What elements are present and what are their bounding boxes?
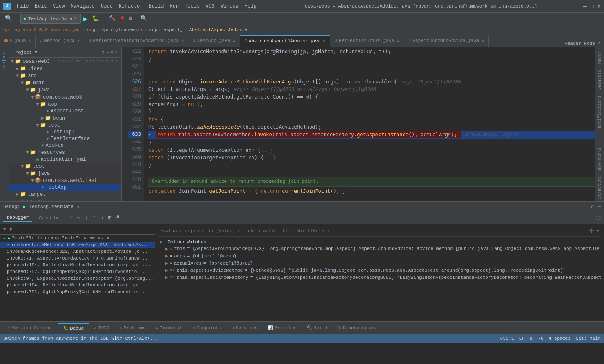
tab-version-control[interactable]: ⎇ Version Control	[0, 324, 58, 332]
status-position[interactable]: 633:1	[500, 336, 514, 341]
watch-this[interactable]: ▶ ⊙ this = {AspectJAroundAdvice@6973} "o…	[159, 245, 601, 252]
eval-expand-icon[interactable]: ▾	[596, 228, 599, 234]
settings-icon[interactable]: ⚙	[127, 14, 134, 24]
tab-problems[interactable]: ⚠ Problems	[114, 324, 151, 332]
frame-4[interactable]: proceed:184, ReflectiveMethodInvocation …	[0, 262, 155, 268]
tab-reflective[interactable]: JReflectiveMethodInvocation.java ✕	[84, 35, 188, 47]
frame-2[interactable]: invokeAdviceMethod:623, AbstractAspectJA…	[0, 248, 155, 255]
tab-debugger[interactable]: Debugger	[3, 214, 32, 222]
debug-config-name[interactable]: TestAop.testData	[29, 204, 74, 209]
tab-aspectjaround[interactable]: JAspectJAroundAdvice.java ✕	[404, 35, 489, 47]
tab-dependencies[interactable]: ⬡ Dependencies	[332, 324, 381, 332]
watch-this-expand[interactable]: ▶	[165, 246, 168, 252]
tab-method[interactable]: JMethod.java ✕	[36, 35, 84, 47]
minimize-btn[interactable]: —	[583, 3, 587, 10]
search-icon[interactable]: 🔍	[138, 14, 149, 24]
menu-edit[interactable]: Edit	[32, 3, 49, 10]
watches-expand-icon[interactable]: ▶	[160, 239, 163, 244]
menu-tools[interactable]: Tools	[182, 3, 202, 10]
menu-help[interactable]: Help	[242, 3, 259, 10]
tree-pom[interactable]: m pom.xml	[9, 198, 121, 201]
menu-refactor[interactable]: Refactor	[116, 3, 146, 10]
sidebar-locate-icon[interactable]: ⊕	[102, 49, 105, 55]
status-encoding[interactable]: UTF-8	[530, 336, 544, 341]
toolbar-search-icon[interactable]: 🔍	[3, 14, 14, 24]
tab-profiler[interactable]: 📊 Profiler	[263, 324, 302, 332]
tab-terminal[interactable]: ▶ Terminal	[151, 324, 187, 332]
tree-aop[interactable]: ▼ 📁 aop	[9, 101, 121, 108]
thread-main[interactable]: ✓ ▶ "main"@1 in group "main": RUNNING ▼	[0, 235, 155, 242]
tree-testinterface[interactable]: ● TestInterface	[9, 135, 121, 142]
tab-console[interactable]: Console	[36, 215, 62, 221]
tree-aspectjtest[interactable]: ● AspectJTest	[9, 108, 121, 114]
reader-mode-btn[interactable]: Reader Mode ✓	[489, 40, 604, 47]
watch-actualargs[interactable]: ▶ ≡ actualArgs = {Object[1]@8708}	[159, 260, 601, 267]
run-config-dropdown[interactable]: ▶ TestAop.testData ▼	[20, 14, 81, 24]
sidebar-gear-icon[interactable]: ⚙	[111, 49, 114, 55]
notifications-icon[interactable]: Notifications	[596, 93, 603, 131]
tree-target[interactable]: ▶ 📁 target	[9, 191, 121, 198]
status-indent[interactable]: 4 spaces	[549, 336, 571, 341]
tab-abstract-active[interactable]: JAbstractAspectJAdvice.java ✕	[240, 35, 330, 47]
bc-springframework[interactable]: springframework	[102, 27, 143, 32]
tree-yml[interactable]: ⚙ application.yml	[9, 156, 121, 163]
filter-icon[interactable]: ▼	[3, 227, 6, 232]
run-green-btn[interactable]: ▶	[82, 14, 89, 24]
tree-idea[interactable]: ▶ 📁 .idea	[9, 65, 121, 72]
step-out-icon[interactable]: ↑	[91, 213, 97, 222]
tab-build[interactable]: 🔨 Build	[302, 324, 332, 332]
menu-navigate[interactable]: Navigate	[68, 3, 97, 10]
eval-arrow-right[interactable]: ➕	[588, 228, 594, 234]
tree-bean[interactable]: ▶ 📁 bean	[9, 114, 121, 122]
menu-run[interactable]: Run	[167, 3, 181, 10]
tree-apprun[interactable]: ● AppRun	[9, 142, 121, 149]
tree-src[interactable]: ▼ 📁 src	[9, 72, 121, 79]
bc-jar[interactable]: spring-aop-6.0.3-sources.jar	[3, 27, 81, 32]
project-icon[interactable]: Project	[1, 49, 8, 73]
tree-resources[interactable]: ▼ 📁 resources	[9, 149, 121, 156]
watch-factory[interactable]: ▶ ○○ this.aspectInstanceFactory = {LazyS…	[159, 274, 601, 281]
close-btn[interactable]: ✕	[597, 3, 601, 10]
bookmarks-icon[interactable]: Bookmarks	[596, 145, 603, 173]
run-to-cursor-icon[interactable]: ⇢	[99, 213, 104, 222]
watch-factory-expand[interactable]: ▶	[165, 275, 168, 280]
bc-org[interactable]: org	[87, 27, 95, 32]
tree-testimpl[interactable]: ● TestImpl	[9, 129, 121, 135]
evaluate-icon[interactable]: ⊞	[107, 213, 112, 222]
tree-ossa-web3[interactable]: ▼ 📁 ossa-web3 C:\Users\sunjinxin\IdeaPro…	[9, 58, 121, 65]
tab-services[interactable]: ⊙ Services	[226, 324, 263, 332]
tab-todo[interactable]: ✓ TODO	[89, 324, 114, 332]
sidebar-scroll-icon[interactable]: ≡	[106, 49, 109, 55]
menu-code[interactable]: Code	[98, 3, 115, 10]
code-editor[interactable]: return invokeAdviceMethodWithGivenArgs(a…	[144, 47, 595, 201]
debug-btn[interactable]: 🐛	[90, 14, 101, 24]
watch-args-expand[interactable]: ▶	[165, 253, 168, 259]
tree-test-java[interactable]: ▼ 📁 java	[9, 170, 121, 177]
watch-args[interactable]: ▶ ● args = {Object[1]@8708}	[159, 252, 601, 260]
debug-gear-icon[interactable]: ⚙	[591, 204, 594, 210]
frames-icon[interactable]: ≡	[68, 213, 74, 222]
menu-file[interactable]: File	[14, 3, 31, 10]
tree-java[interactable]: ▼ 📁 java	[9, 86, 121, 94]
frame-current[interactable]: ➤ invokeAdviceMethodWithGivenArgs:633, A…	[0, 242, 155, 248]
watch-icon[interactable]: 👁	[114, 213, 122, 222]
tab-reflection[interactable]: JReflectionUtils.java ✕	[330, 35, 404, 47]
frame-7[interactable]: proceed:184, ReflectiveMethodInvocation …	[0, 282, 155, 289]
structure-icon[interactable]: Structure	[596, 174, 603, 201]
debug-minimize-icon[interactable]: —	[598, 204, 601, 210]
status-git[interactable]: Git: main	[576, 336, 601, 341]
maximize-btn[interactable]: ☐	[590, 3, 594, 10]
tab-testaop[interactable]: JTestAop.java ✕	[188, 35, 240, 47]
tree-com-ossa[interactable]: ▼ 📦 com.ossa.web3	[9, 94, 121, 101]
bc-class[interactable]: AbstractAspectJAdvice	[189, 27, 247, 32]
frame-6[interactable]: invoke:97, ExposeInvocationInterceptor (…	[0, 275, 155, 282]
tree-test-src[interactable]: ▼ 📁 test	[9, 163, 121, 170]
status-lf[interactable]: LF	[519, 336, 525, 341]
watch-method-expand[interactable]: ▶	[165, 268, 168, 273]
tree-main[interactable]: ▼ 📁 main	[9, 79, 121, 86]
menu-window[interactable]: Window	[218, 3, 241, 10]
step-over-icon[interactable]: ↷	[76, 213, 81, 222]
eval-input[interactable]	[160, 228, 587, 234]
sidebar-close-icon[interactable]: ✕	[115, 49, 118, 55]
watch-actualargs-expand[interactable]: ▶	[165, 260, 168, 266]
